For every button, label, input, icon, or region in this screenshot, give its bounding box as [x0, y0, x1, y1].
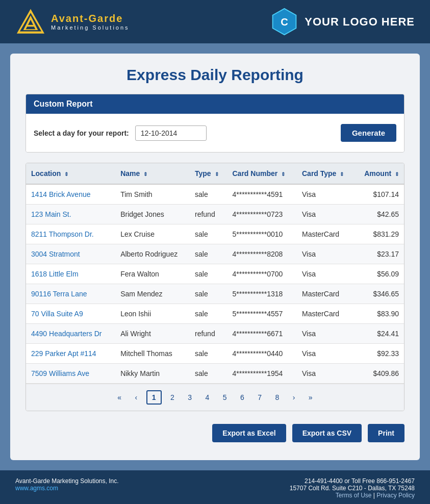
generate-button[interactable]: Generate: [341, 124, 396, 142]
table-row: 4490 Headquarters Dr Ali Wright refund 4…: [26, 324, 404, 344]
table-row: 8211 Thompson Dr. Lex Cruise sale 5*****…: [26, 224, 404, 244]
cell-type: sale: [190, 284, 227, 304]
logo-hex-icon: C: [270, 8, 298, 36]
pagination: « ‹ 1 2 3 4 5 6 7 8 › »: [26, 384, 404, 411]
pagination-page-6[interactable]: 6: [236, 391, 249, 404]
cell-card-type: Visa: [297, 324, 355, 344]
cell-location: 7509 Williams Ave: [26, 364, 115, 384]
cell-amount: $346.65: [355, 284, 404, 304]
pagination-next[interactable]: ›: [288, 391, 300, 404]
pagination-page-2[interactable]: 2: [166, 391, 179, 404]
cell-type: sale: [190, 264, 227, 284]
footer-right: 214-491-4400 or Toll Free 866-951-2467 1…: [290, 477, 415, 499]
footer-website[interactable]: www.agms.com: [15, 485, 58, 492]
cell-location: 3004 Stratmont: [26, 244, 115, 264]
cell-amount: $409.86: [355, 364, 404, 384]
cell-type: sale: [190, 224, 227, 244]
print-button[interactable]: Print: [368, 424, 404, 442]
svg-rect-4: [27, 25, 34, 27]
pagination-page-3[interactable]: 3: [183, 391, 196, 404]
sort-card-number-icon: ⇕: [281, 171, 285, 177]
cell-card-type: Visa: [297, 344, 355, 364]
table-row: 1414 Brick Avenue Tim Smith sale 4******…: [26, 184, 404, 205]
cell-location: 90116 Terra Lane: [26, 284, 115, 304]
cell-card-number: 5***********4557: [227, 304, 297, 324]
cell-amount: $92.33: [355, 344, 404, 364]
sort-type-icon: ⇕: [215, 171, 219, 177]
cell-card-type: MasterCard: [297, 224, 355, 244]
pagination-page-5[interactable]: 5: [218, 391, 232, 404]
pagination-prev[interactable]: ‹: [131, 391, 142, 404]
cell-name: Ali Wright: [115, 324, 190, 344]
cell-name: Lex Cruise: [115, 224, 190, 244]
sort-card-type-icon: ⇕: [340, 171, 344, 177]
cell-name: Tim Smith: [115, 184, 190, 205]
pagination-last[interactable]: »: [304, 391, 317, 404]
cell-card-type: MasterCard: [297, 304, 355, 324]
cell-name: Alberto Rodriguez: [115, 244, 190, 264]
cell-type: refund: [190, 324, 227, 344]
col-card-type[interactable]: Card Type ⇕: [297, 163, 355, 184]
cell-card-type: Visa: [297, 244, 355, 264]
footer-company: Avant-Garde Marketing Solutions, Inc.: [15, 477, 119, 485]
table-row: 123 Main St. Bridget Jones refund 4*****…: [26, 205, 404, 224]
action-buttons: Export as Excel Export as CSV Print: [26, 419, 404, 445]
table-body: 1414 Brick Avenue Tim Smith sale 4******…: [26, 184, 404, 384]
footer-left: Avant-Garde Marketing Solutions, Inc. ww…: [15, 477, 119, 492]
cell-location: 123 Main St.: [26, 205, 115, 224]
avant-garde-logo-icon: [15, 8, 46, 36]
cell-location: 1618 Little Elm: [26, 264, 115, 284]
pagination-page-7[interactable]: 7: [253, 391, 266, 404]
cell-location: 4490 Headquarters Dr: [26, 324, 115, 344]
pagination-page-8[interactable]: 8: [270, 391, 284, 404]
cell-type: sale: [190, 364, 227, 384]
terms-link[interactable]: Terms of Use: [336, 492, 372, 499]
table-row: 70 Villa Suite A9 Leon Ishii sale 5*****…: [26, 304, 404, 324]
export-csv-button[interactable]: Export as CSV: [292, 424, 362, 442]
date-label: Select a day for your report:: [34, 129, 129, 137]
table-row: 1618 Little Elm Fera Walton sale 4******…: [26, 264, 404, 284]
footer-links: Terms of Use | Privacy Policy: [290, 492, 415, 499]
col-name[interactable]: Name ⇕: [115, 163, 190, 184]
cell-type: sale: [190, 184, 227, 205]
cell-card-type: Visa: [297, 364, 355, 384]
sort-name-icon: ⇕: [143, 171, 147, 177]
pagination-page-4[interactable]: 4: [200, 391, 214, 404]
date-input[interactable]: [135, 125, 207, 141]
col-amount[interactable]: Amount ⇕: [355, 163, 404, 184]
cell-amount: $107.14: [355, 184, 404, 205]
cell-amount: $83.90: [355, 304, 404, 324]
custom-report-header: Custom Report: [26, 94, 404, 114]
data-table-container: Location ⇕ Name ⇕ Type ⇕ Card Number ⇕ C…: [26, 163, 404, 411]
table-row: 7509 Williams Ave Nikky Martin sale 4***…: [26, 364, 404, 384]
cell-card-number: 4***********0440: [227, 344, 297, 364]
cell-amount: $23.17: [355, 244, 404, 264]
date-selector: Select a day for your report:: [34, 125, 207, 141]
pagination-first[interactable]: «: [113, 391, 126, 404]
cell-type: sale: [190, 304, 227, 324]
cell-location: 8211 Thompson Dr.: [26, 224, 115, 244]
cell-card-number: 4***********6671: [227, 324, 297, 344]
pagination-page-1[interactable]: 1: [146, 390, 162, 405]
cell-name: Nikky Martin: [115, 364, 190, 384]
footer-phone: 214-491-4400 or Toll Free 866-951-2467: [290, 477, 415, 485]
brand-text: Avant-Garde Marketing Solutions: [51, 13, 130, 31]
cell-amount: $831.29: [355, 224, 404, 244]
privacy-link[interactable]: Privacy Policy: [376, 492, 415, 499]
col-location[interactable]: Location ⇕: [26, 163, 115, 184]
custom-report-body: Select a day for your report: Generate: [26, 114, 404, 152]
cell-location: 1414 Brick Avenue: [26, 184, 115, 205]
table-row: 229 Parker Apt #114 Mitchell Thomas sale…: [26, 344, 404, 364]
export-excel-button[interactable]: Export as Excel: [212, 424, 286, 442]
col-type[interactable]: Type ⇕: [190, 163, 227, 184]
sort-amount-icon: ⇕: [395, 171, 399, 177]
main-container: Express Daily Reporting Custom Report Se…: [10, 54, 420, 460]
col-card-number[interactable]: Card Number ⇕: [227, 163, 297, 184]
footer-address: 15707 Colt Rd. Suite C210 - Dallas, TX 7…: [290, 485, 415, 492]
logo-right: C YOUR LOGO HERE: [270, 8, 415, 36]
cell-card-number: 4***********8208: [227, 244, 297, 264]
cell-type: refund: [190, 205, 227, 224]
svg-text:C: C: [281, 16, 289, 28]
cell-card-number: 4***********0723: [227, 205, 297, 224]
cell-card-type: Visa: [297, 205, 355, 224]
